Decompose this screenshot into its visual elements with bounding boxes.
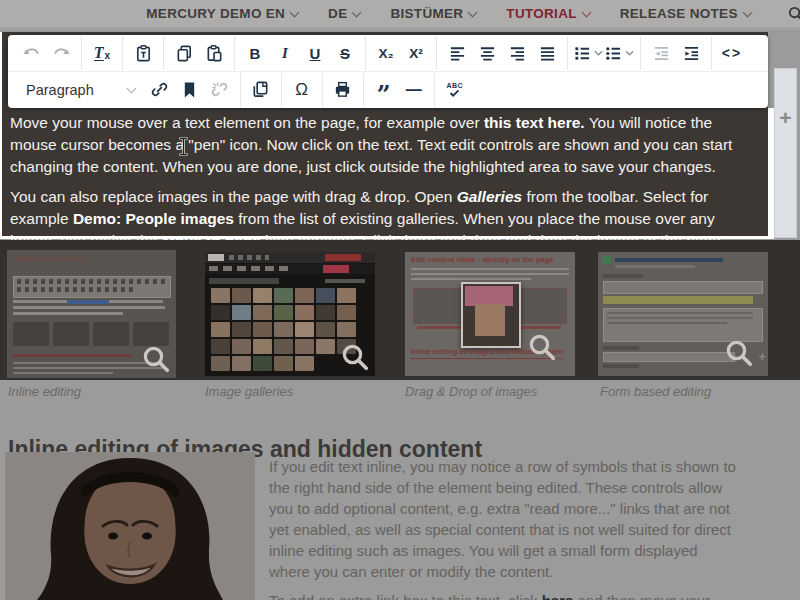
nav-label: TUTORIAL [506, 6, 576, 21]
underline-button[interactable]: U [301, 39, 329, 68]
paste-icon [205, 44, 224, 63]
face-thumb [211, 356, 230, 371]
superscript-button[interactable]: X² [402, 39, 430, 68]
thumbnail-inline-editing[interactable]: Beginners tutorial [7, 250, 176, 378]
section-paragraph-1: If you edit text inline, you may notice … [269, 456, 781, 582]
thumb-deco [67, 300, 109, 304]
source-code-button[interactable]: <> [718, 39, 746, 68]
thumb-deco [417, 326, 461, 329]
thumb-deco [607, 312, 753, 314]
face-thumb [253, 322, 272, 337]
bold-button[interactable]: B [241, 39, 269, 68]
thumbnail-image-galleries[interactable] [205, 252, 375, 376]
copy-button[interactable] [170, 39, 198, 68]
align-left-button[interactable] [443, 39, 471, 68]
thumb-deco [229, 255, 269, 260]
caption-form-editing: Form based editing [600, 384, 711, 399]
text-segment: You will notice the [585, 114, 713, 131]
text-segment: and then move your [573, 592, 710, 600]
face-thumb [316, 339, 335, 354]
chevron-down-icon [468, 7, 478, 17]
justify-button[interactable] [533, 39, 561, 68]
nav-item-bistuemer[interactable]: BISTÜMER [390, 6, 476, 21]
horizontal-rule-button[interactable]: — [400, 75, 428, 104]
text-segment: You can also replace images in the page … [10, 188, 457, 205]
copy-icon [175, 44, 194, 63]
thumb-deco [13, 312, 123, 315]
rich-text-toolbar: Tx B I U S X₂ X² <> [8, 35, 768, 108]
copy-page-button[interactable] [247, 75, 275, 104]
nav-item-de[interactable]: DE [328, 6, 360, 21]
face-thumb [211, 305, 230, 320]
thumb-deco [323, 265, 349, 273]
text-segment: Move your mouse over a text element on t… [10, 114, 484, 131]
portrait-illustration [5, 452, 255, 600]
text-cursor-icon [179, 137, 188, 156]
nav-item-tutorial[interactable]: TUTORIAL [506, 6, 589, 21]
spellcheck-button[interactable]: ABC [441, 75, 469, 104]
toolbar-row-1: Tx B I U S X₂ X² <> [8, 35, 768, 72]
thumb-deco [17, 279, 165, 284]
face-thumb [232, 322, 251, 337]
thumbnail-form-editing[interactable]: + [598, 252, 768, 376]
indent-button[interactable] [677, 39, 705, 68]
align-center-icon [479, 45, 496, 62]
redo-button[interactable] [47, 39, 75, 68]
insert-link-button[interactable] [146, 75, 174, 104]
align-right-button[interactable] [503, 39, 531, 68]
editor-paragraph-1[interactable]: Move your mouse over a text element on t… [10, 112, 758, 178]
text-segment: mouse cursor becomes a "pen" icon. Now c… [10, 136, 732, 153]
search-button[interactable] [787, 5, 800, 22]
thumb-deco [603, 346, 639, 350]
subscript-button[interactable]: X₂ [372, 39, 400, 68]
face-thumb [253, 356, 272, 371]
thumb-heading: Edit content inline - directly on the pa… [411, 255, 554, 264]
toolbar-separator [234, 36, 235, 70]
print-icon [333, 80, 352, 99]
thumb-deco [13, 306, 165, 309]
anchor-button[interactable] [176, 75, 204, 104]
magnifier-icon [527, 332, 557, 362]
undo-button[interactable] [17, 39, 45, 68]
face-thumb [211, 322, 230, 337]
text-segment: inline editing such as images. You will … [269, 542, 698, 559]
link-icon [150, 80, 169, 99]
paragraph-format-select[interactable]: Paragraph [16, 75, 145, 104]
special-char-button[interactable]: Ω [288, 75, 316, 104]
thumb-deco [411, 273, 569, 275]
toolbar-separator [363, 73, 364, 107]
editable-content[interactable]: Move your mouse over a text element on t… [10, 112, 758, 260]
inline-link[interactable]: here [542, 592, 574, 600]
outdent-button[interactable] [647, 39, 675, 68]
print-button[interactable] [329, 75, 357, 104]
nav-item-mercury-demo[interactable]: MERCURY DEMO EN [146, 6, 298, 21]
face-thumb [232, 288, 251, 303]
unordered-list-button[interactable] [605, 39, 634, 68]
unlink-button[interactable] [206, 75, 234, 104]
text-segment: Galleries [457, 188, 523, 205]
woman-portrait-photo [5, 452, 255, 600]
face-thumb [316, 305, 335, 320]
section-paragraph-2: To add an extra link box to this text, c… [269, 590, 781, 600]
strikethrough-button[interactable]: S [331, 39, 359, 68]
page: MERCURY DEMO EN DE BISTÜMER TUTORIAL REL… [0, 0, 800, 600]
ordered-list-button[interactable] [574, 39, 603, 68]
paste-button[interactable] [200, 39, 228, 68]
toolbar-separator [81, 36, 82, 70]
thumb-deco [603, 364, 639, 368]
caption-drag-drop: Drag & Drop of images [405, 384, 537, 399]
thumbnail-drag-drop[interactable]: Edit content inline - directly on the pa… [405, 252, 575, 376]
add-content-button[interactable]: + [775, 107, 796, 128]
italic-button[interactable]: I [271, 39, 299, 68]
thumb-deco [53, 322, 89, 346]
nav-item-release-notes[interactable]: RELEASE NOTES [620, 6, 751, 21]
align-center-button[interactable] [473, 39, 501, 68]
thumb-deco [475, 304, 505, 336]
face-thumb [274, 322, 293, 337]
clear-formatting-button[interactable]: Tx [88, 39, 116, 68]
spellcheck-icon: ABC [447, 82, 463, 97]
clear-formatting-icon: Tx [94, 45, 110, 61]
thumb-deco [411, 278, 531, 280]
blockquote-button[interactable]: ” [370, 75, 398, 104]
paste-as-text-button[interactable] [129, 39, 157, 68]
